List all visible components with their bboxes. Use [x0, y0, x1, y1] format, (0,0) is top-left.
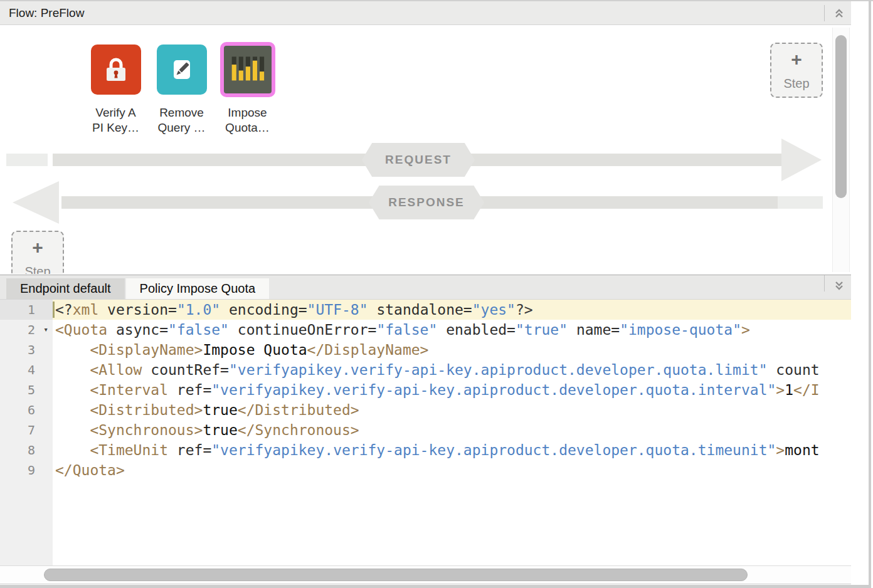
request-line-segment: [6, 154, 48, 166]
response-line-segment: [778, 196, 823, 209]
window-right-edge: [869, 0, 871, 588]
lock-icon: [91, 45, 141, 95]
line-number: 6: [0, 400, 53, 420]
response-badge: RESPONSE: [369, 186, 484, 219]
step-label: Verify A PI Key…: [92, 105, 139, 135]
line-number: 5: [0, 380, 53, 400]
collapse-panel-button[interactable]: [828, 3, 850, 24]
flow-canvas: Verify A PI Key… Remove Quer: [0, 25, 851, 274]
request-arrowhead-icon: [781, 139, 822, 181]
line-number: 8: [0, 440, 53, 460]
step-label: Remove Query …: [157, 105, 205, 135]
editor-tab-bar: Endpoint default Policy Impose Quota: [0, 275, 851, 300]
tab-bar-divider: [824, 275, 825, 291]
plus-icon: +: [791, 50, 802, 69]
code-line: <Synchronous>true</Synchronous>: [53, 420, 851, 440]
quota-bars-icon: [220, 42, 275, 97]
code-line: <?xml version="1.0" encoding="UTF-8" sta…: [53, 300, 851, 320]
line-number: 3: [0, 340, 53, 360]
editor-panel: Endpoint default Policy Impose Quota 12▾…: [0, 275, 851, 585]
line-number-gutter: 12▾3456789: [0, 300, 53, 565]
response-arrowhead-icon: [13, 181, 59, 224]
text-cursor: [53, 302, 55, 318]
fold-arrow-icon[interactable]: ▾: [43, 320, 48, 340]
line-number: 4: [0, 360, 53, 380]
pencil-icon: [157, 45, 207, 95]
tab-policy-impose-quota[interactable]: Policy Impose Quota: [126, 278, 270, 299]
flow-canvas-scrollbar[interactable]: [832, 28, 850, 272]
policy-steps-row: Verify A PI Key… Remove Quer: [83, 45, 280, 135]
code-line: <Allow countRef="verifyapikey.verify-api…: [53, 360, 851, 380]
line-number: 9: [0, 460, 53, 480]
step-impose-quota[interactable]: Impose Quota…: [214, 45, 280, 135]
tab-bar-spacer: [269, 275, 824, 299]
step-label: Impose Quota…: [225, 105, 270, 135]
plus-icon: +: [32, 238, 43, 257]
add-step-button-response[interactable]: + Step: [11, 231, 64, 274]
scrollbar-thumb[interactable]: [835, 35, 847, 198]
window-bottom-edge: [0, 585, 871, 588]
chevron-double-up-icon: [833, 8, 845, 19]
code-line: <DisplayName>Impose Quota</DisplayName>: [53, 340, 851, 360]
code-content[interactable]: <?xml version="1.0" encoding="UTF-8" sta…: [53, 300, 851, 565]
header-divider: [824, 5, 825, 21]
step-verify-api-key[interactable]: Verify A PI Key…: [83, 45, 149, 135]
flow-panel-title: Flow: PreFlow: [0, 6, 84, 20]
collapse-editor-button[interactable]: [828, 275, 850, 297]
step-remove-query[interactable]: Remove Query …: [149, 45, 214, 135]
code-line: <Distributed>true</Distributed>: [53, 400, 851, 420]
line-number: 1: [0, 300, 53, 320]
code-line: <TimeUnit ref="verifyapikey.verify-api-k…: [53, 440, 851, 460]
request-badge: REQUEST: [362, 143, 475, 177]
flow-panel-header: Flow: PreFlow: [0, 1, 851, 25]
add-step-button-request[interactable]: + Step: [770, 43, 823, 98]
editor-horizontal-scrollbar[interactable]: [0, 565, 851, 584]
code-line: <Quota async="false" continueOnError="fa…: [53, 320, 851, 340]
tab-endpoint-default[interactable]: Endpoint default: [6, 278, 125, 299]
chevron-double-down-icon: [833, 280, 845, 291]
code-line: <Interval ref="verifyapikey.verify-api-k…: [53, 380, 851, 400]
code-line: </Quota>: [53, 460, 851, 480]
flow-panel: Flow: PreFlow: [0, 1, 851, 275]
scrollbar-thumb[interactable]: [44, 569, 748, 581]
xml-code-editor[interactable]: 12▾3456789 <?xml version="1.0" encoding=…: [0, 300, 851, 565]
line-number: 2▾: [0, 320, 53, 340]
line-number: 7: [0, 420, 53, 440]
